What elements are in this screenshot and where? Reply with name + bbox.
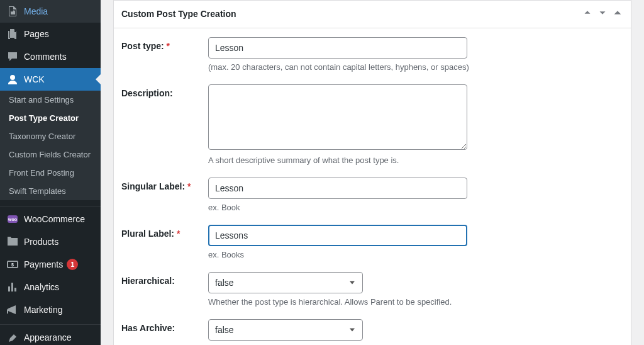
panel-collapse-icon[interactable]	[612, 7, 623, 20]
pages-icon	[6, 28, 19, 40]
sidebar-sub-taxonomy-creator[interactable]: Taxonomy Creator	[0, 127, 101, 145]
row-singular-label: Singular Label: * ex. Book	[121, 178, 623, 212]
plural-label-input[interactable]	[208, 225, 467, 246]
marketing-icon	[6, 303, 19, 316]
sidebar-sub-post-type-creator[interactable]: Post Type Creator	[0, 109, 101, 127]
payments-icon: $	[6, 258, 19, 271]
appearance-icon	[6, 331, 19, 344]
sidebar-item-label: Marketing	[24, 305, 62, 315]
sidebar-sub-swift-templates[interactable]: Swift Templates	[0, 182, 101, 200]
sidebar-item-comments[interactable]: Comments	[0, 45, 101, 68]
post-type-input[interactable]	[208, 37, 467, 59]
panel-custom-post-type: Custom Post Type Creation Post type: * (…	[113, 0, 631, 345]
sidebar-item-label: Appearance	[24, 332, 72, 342]
svg-text:woo: woo	[8, 217, 17, 222]
row-hierarchical: Hierarchical: false Whether the post typ…	[121, 272, 623, 307]
comments-icon	[6, 50, 19, 63]
woocommerce-icon: woo	[6, 213, 19, 225]
sidebar-item-products[interactable]: Products	[0, 230, 101, 253]
sidebar-item-label: Payments	[24, 259, 63, 269]
analytics-icon	[6, 281, 19, 293]
hierarchical-hint: Whether the post type is hierarchical. A…	[208, 297, 623, 307]
sidebar-item-label: Comments	[24, 52, 67, 62]
post-type-hint: (max. 20 characters, can not contain cap…	[208, 62, 623, 72]
description-textarea[interactable]	[208, 84, 467, 150]
hierarchical-select[interactable]: false	[208, 272, 363, 293]
label-description: Description:	[121, 84, 208, 98]
panel-move-up-icon[interactable]	[582, 7, 593, 20]
media-icon	[6, 5, 19, 18]
required-asterisk: *	[164, 41, 170, 51]
products-icon	[6, 235, 19, 248]
row-description: Description: A short descriptive summary…	[121, 84, 623, 165]
sidebar-item-appearance[interactable]: Appearance	[0, 324, 101, 345]
sidebar-item-label: Media	[24, 6, 48, 16]
label-plural: Plural Label: *	[121, 225, 208, 239]
sidebar-sub-custom-fields-creator[interactable]: Custom Fields Creator	[0, 145, 101, 164]
required-asterisk: *	[174, 229, 180, 239]
required-asterisk: *	[185, 181, 191, 191]
sidebar-item-media[interactable]: Media	[0, 0, 101, 23]
sidebar-item-label: Products	[24, 237, 58, 247]
svg-text:$: $	[11, 263, 14, 268]
sidebar-item-marketing[interactable]: Marketing	[0, 298, 101, 321]
sidebar-item-label: WCK	[24, 74, 45, 84]
admin-sidebar: Media Pages Comments WCK Start and Setti…	[0, 0, 101, 345]
label-singular: Singular Label: *	[121, 178, 208, 191]
main-content: Custom Post Type Creation Post type: * (…	[101, 0, 644, 345]
label-post-type: Post type: *	[121, 37, 208, 51]
wck-icon	[6, 73, 19, 86]
sidebar-item-label: Pages	[24, 29, 49, 39]
sidebar-item-label: WooCommerce	[24, 214, 85, 224]
panel-move-down-icon[interactable]	[597, 7, 608, 20]
row-plural-label: Plural Label: * ex. Books	[121, 225, 623, 259]
sidebar-item-pages[interactable]: Pages	[0, 23, 101, 45]
sidebar-item-wck[interactable]: WCK	[0, 68, 101, 91]
singular-label-input[interactable]	[208, 178, 467, 199]
label-has-archive: Has Archive:	[121, 319, 208, 333]
plural-hint: ex. Books	[208, 250, 623, 259]
label-hierarchical: Hierarchical:	[121, 272, 208, 286]
panel-body: Post type: * (max. 20 characters, can no…	[114, 28, 631, 345]
payments-badge: 1	[67, 259, 78, 270]
panel-header: Custom Post Type Creation	[114, 1, 631, 28]
sidebar-item-woocommerce[interactable]: woo WooCommerce	[0, 206, 101, 230]
sidebar-item-analytics[interactable]: Analytics	[0, 276, 101, 298]
sidebar-submenu-wck: Start and Settings Post Type Creator Tax…	[0, 91, 101, 200]
description-hint: A short descriptive summary of what the …	[208, 156, 623, 165]
row-post-type: Post type: * (max. 20 characters, can no…	[121, 37, 623, 72]
singular-hint: ex. Book	[208, 203, 623, 212]
sidebar-item-label: Analytics	[24, 282, 59, 292]
sidebar-sub-start-settings[interactable]: Start and Settings	[0, 91, 101, 109]
row-has-archive: Has Archive: false Enables post type arc…	[121, 319, 623, 345]
sidebar-item-payments[interactable]: $ Payments 1	[0, 253, 101, 276]
panel-title: Custom Post Type Creation	[121, 9, 582, 19]
sidebar-sub-front-end-posting[interactable]: Front End Posting	[0, 164, 101, 182]
has-archive-select[interactable]: false	[208, 319, 363, 341]
